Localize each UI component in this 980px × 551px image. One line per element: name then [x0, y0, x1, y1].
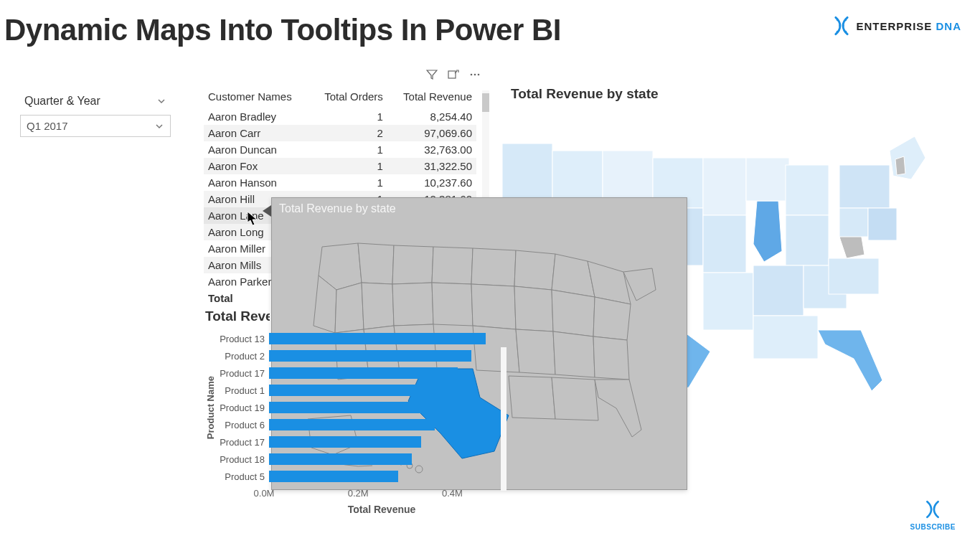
- svg-rect-22: [786, 165, 829, 215]
- dna-icon: [923, 509, 942, 521]
- svg-rect-18: [703, 158, 746, 215]
- cell-orders: 2: [310, 125, 387, 141]
- svg-point-8: [474, 74, 476, 76]
- bar-label: Product 5: [219, 471, 269, 482]
- svg-rect-6: [448, 71, 456, 78]
- brand-name-2: DNA: [936, 20, 962, 32]
- table-row[interactable]: Aaron Bradley18,254.40: [204, 108, 476, 125]
- column-header-revenue[interactable]: Total Revenue: [387, 88, 476, 108]
- bar-fill: [269, 367, 458, 379]
- bar-label: Product 6: [219, 420, 269, 430]
- brand-name-1: ENTERPRISE: [856, 20, 932, 32]
- table-row[interactable]: Aaron Fox131,322.50: [204, 158, 476, 174]
- bar-label: Product 18: [219, 454, 269, 465]
- bar-fill: [269, 402, 440, 413]
- bar-row[interactable]: Product 17: [219, 364, 499, 382]
- bar-fill: [269, 385, 453, 396]
- table-row[interactable]: Aaron Carr297,069.60: [204, 125, 476, 141]
- slicer-label: Quarter & Year: [24, 95, 100, 108]
- svg-point-1: [845, 19, 847, 21]
- subscribe-label: SUBSCRIBE: [910, 523, 956, 531]
- svg-point-3: [842, 25, 844, 27]
- bar-label: Product 17: [219, 368, 269, 379]
- bar-label: Product 13: [219, 334, 269, 344]
- x-tick: 0.0M: [254, 488, 275, 499]
- bar-fill: [269, 333, 486, 344]
- svg-rect-28: [868, 208, 897, 240]
- cell-orders: 1: [310, 108, 387, 125]
- scrollbar[interactable]: [501, 347, 507, 491]
- bar-row[interactable]: Product 6: [219, 416, 499, 433]
- slicer-quarter-year[interactable]: Quarter & Year Q1 2017: [20, 92, 171, 137]
- svg-rect-19: [703, 215, 746, 273]
- bar-row[interactable]: Product 2: [219, 347, 499, 364]
- svg-rect-27: [839, 208, 868, 237]
- svg-rect-23: [786, 215, 829, 265]
- bar-fill: [269, 419, 435, 430]
- bar-row[interactable]: Product 19: [219, 399, 499, 416]
- bar-chart-revenue[interactable]: Total Revenue Product Name Product 13Pro…: [205, 309, 499, 515]
- bar-label: Product 1: [219, 385, 269, 396]
- cell-revenue: 97,069.60: [387, 125, 476, 141]
- table-row[interactable]: Aaron Hanson110,237.60: [204, 174, 476, 191]
- slicer-value: Q1 2017: [27, 120, 68, 132]
- bar-row[interactable]: Product 1: [219, 382, 499, 399]
- focus-mode-icon[interactable]: [448, 69, 459, 80]
- svg-rect-30: [753, 316, 818, 359]
- map-title: Total Revenue by state: [511, 86, 659, 102]
- column-header-orders[interactable]: Total Orders: [310, 88, 387, 108]
- bar-fill: [269, 471, 398, 482]
- cell-orders: 1: [310, 141, 387, 158]
- page-title: Dynamic Maps Into Tooltips In Power BI: [4, 13, 561, 47]
- tooltip-title: Total Revenue by state: [279, 202, 396, 215]
- cell-orders: 1: [310, 158, 387, 174]
- cell-name: Aaron Carr: [204, 125, 310, 141]
- cell-orders: 1: [310, 174, 387, 191]
- svg-rect-21: [746, 158, 789, 201]
- x-axis-label: Total Revenue: [264, 504, 499, 515]
- y-axis-label: Product Name: [205, 376, 216, 439]
- cell-name: Aaron Fox: [204, 158, 310, 174]
- scroll-thumb[interactable]: [482, 93, 489, 112]
- svg-rect-29: [829, 258, 879, 294]
- filter-icon[interactable]: [426, 69, 438, 80]
- brand-logo: ENTERPRISE DNA: [831, 16, 961, 36]
- bar-chart-title: Total Revenue: [205, 309, 270, 324]
- bar-fill: [269, 453, 412, 465]
- chevron-down-icon[interactable]: [156, 96, 166, 106]
- column-header-names[interactable]: Customer Names: [204, 88, 310, 108]
- subscribe-badge[interactable]: SUBSCRIBE: [910, 500, 956, 531]
- visual-header-actions: [426, 69, 481, 80]
- slicer-dropdown[interactable]: Q1 2017: [20, 115, 171, 137]
- tooltip-pointer: [263, 205, 271, 217]
- bar-label: Product 17: [219, 437, 269, 448]
- svg-rect-26: [839, 165, 890, 208]
- cell-revenue: 10,237.60: [387, 174, 476, 191]
- cell-name: Aaron Hanson: [204, 174, 310, 191]
- bar-row[interactable]: Product 18: [219, 451, 499, 468]
- cell-revenue: 8,254.40: [387, 108, 476, 125]
- x-tick: 0.4M: [442, 488, 463, 499]
- bar-row[interactable]: Product 13: [219, 330, 499, 347]
- svg-point-5: [845, 31, 847, 33]
- bar-row[interactable]: Product 17: [219, 433, 499, 451]
- dna-icon: [831, 16, 852, 36]
- chevron-down-icon[interactable]: [154, 121, 164, 131]
- svg-point-9: [478, 74, 480, 76]
- more-options-icon[interactable]: [469, 69, 481, 80]
- cursor-pointer-icon: [247, 211, 258, 227]
- cell-name: Aaron Duncan: [204, 141, 310, 158]
- bar-fill: [269, 350, 471, 362]
- bar-row[interactable]: Product 5: [219, 468, 499, 485]
- x-tick: 0.2M: [348, 488, 369, 499]
- svg-point-0: [837, 19, 839, 21]
- cell-revenue: 31,322.50: [387, 158, 476, 174]
- svg-point-7: [471, 74, 473, 76]
- bar-label: Product 19: [219, 402, 269, 413]
- svg-rect-24: [753, 265, 804, 316]
- table-row[interactable]: Aaron Duncan132,763.00: [204, 141, 476, 158]
- svg-rect-20: [703, 273, 753, 330]
- bar-fill: [269, 436, 421, 448]
- svg-point-2: [839, 25, 842, 27]
- cell-name: Aaron Bradley: [204, 108, 310, 125]
